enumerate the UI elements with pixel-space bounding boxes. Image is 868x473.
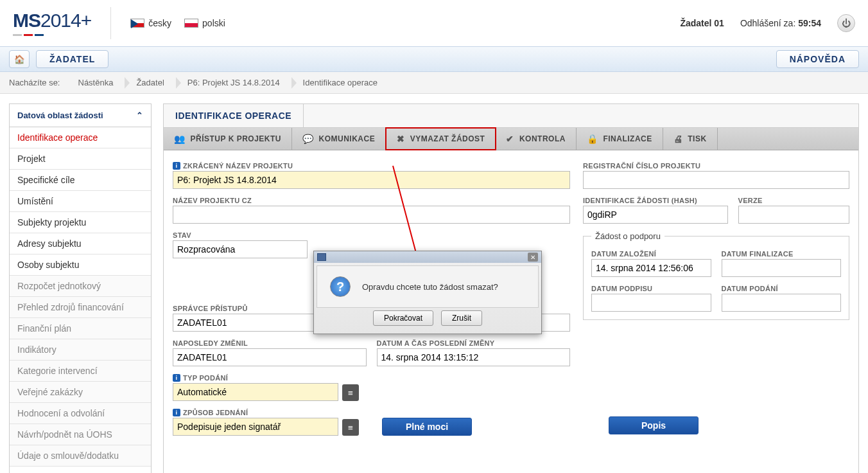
question-icon: ? xyxy=(330,276,351,297)
tool-label: VYMAZAT ŽÁDOST xyxy=(410,134,485,143)
state-input[interactable] xyxy=(173,240,308,258)
lastmod-at-input[interactable] xyxy=(377,348,571,366)
sidebar-header[interactable]: Datová oblast žádosti ⌃ xyxy=(10,104,151,127)
tool-icon: 🔒 xyxy=(587,134,598,144)
tool-icon: 👥 xyxy=(174,134,186,144)
sidebar-item[interactable]: Rozpočet jednotkový xyxy=(10,276,151,297)
tool-label: PŘÍSTUP K PROJEKTU xyxy=(191,134,281,143)
breadcrumb-item[interactable]: Žadatel xyxy=(125,72,175,94)
tool-label: FINALIZACE xyxy=(603,134,652,143)
lang-cz[interactable]: česky xyxy=(130,18,171,28)
toolbar-button[interactable]: 🔒FINALIZACE xyxy=(577,128,663,150)
sidebar-item[interactable]: EDS bilance xyxy=(10,467,151,473)
short-name-input[interactable] xyxy=(173,171,570,189)
signed-input[interactable] xyxy=(591,294,711,312)
sidebar-item[interactable]: Údaje o smlouvě/dodatku xyxy=(10,445,151,467)
required-icon: i xyxy=(173,409,180,416)
sidebar-item[interactable]: Osoby subjektu xyxy=(10,254,151,276)
home-icon: 🏠 xyxy=(14,55,25,64)
created-input[interactable] xyxy=(591,259,711,277)
dialog-titlebar: ✕ xyxy=(314,251,541,263)
request-fieldset: Žádost o podporu DATUM ZALOŽENÍ DATUM FI… xyxy=(583,231,849,320)
version-input[interactable] xyxy=(738,206,849,224)
sidebar-item[interactable]: Projekt xyxy=(10,148,151,170)
nav-bar: 🏠 ŽADATEL NÁPOVĚDA xyxy=(0,46,868,72)
tool-label: KOMUNIKACE xyxy=(318,134,375,143)
sidebar-item[interactable]: Návrh/podnět na ÚOHS xyxy=(10,424,151,445)
tool-label: TISK xyxy=(688,134,706,143)
sidebar-item[interactable]: Veřejné zakázky xyxy=(10,382,151,403)
close-icon: ✕ xyxy=(530,254,535,261)
toolbar-button[interactable]: 🖨TISK xyxy=(663,128,718,150)
logout-timer: Odhlášení za: 59:54 xyxy=(740,18,821,28)
chevron-up-icon: ⌃ xyxy=(136,111,143,120)
sidebar-item[interactable]: Přehled zdrojů financování xyxy=(10,297,151,318)
toolbar-button[interactable]: 👥PŘÍSTUP K PROJEKTU xyxy=(164,128,292,150)
sidebar-item[interactable]: Subjekty projektu xyxy=(10,212,151,233)
list-icon: ≡ xyxy=(348,423,353,433)
toolbar: 👥PŘÍSTUP K PROJEKTU💬KOMUNIKACE✖VYMAZAT Ž… xyxy=(164,128,858,150)
flag-cz-icon xyxy=(130,19,144,28)
sidebar-item[interactable]: Indikátory xyxy=(10,339,151,361)
breadcrumb-label: Nacházíte se: xyxy=(9,78,60,87)
dialog-close-button[interactable]: ✕ xyxy=(528,253,538,262)
lang-pl[interactable]: polski xyxy=(184,18,225,28)
tool-icon: ✔ xyxy=(506,134,514,144)
lastmod-by-input[interactable] xyxy=(173,348,367,366)
sidebar-item[interactable]: Adresy subjektu xyxy=(10,233,151,254)
top-bar: MS2014+ česky polski Žadatel 01 Odhlášen… xyxy=(0,0,868,46)
sidebar-item[interactable]: Umístění xyxy=(10,191,151,212)
home-button[interactable]: 🏠 xyxy=(9,50,30,68)
toolbar-button[interactable]: ✖VYMAZAT ŽÁDOST xyxy=(385,127,496,150)
dialog-cancel-button[interactable]: Zrušit xyxy=(441,310,482,326)
tool-icon: 💬 xyxy=(302,134,314,144)
confirm-dialog: ✕ ? Opravdu chcete tuto žádost smazat? P… xyxy=(313,251,542,334)
window-icon xyxy=(317,253,326,261)
breadcrumb-item[interactable]: Identifikace operace xyxy=(291,72,389,94)
nav-napoveda[interactable]: NÁPOVĚDA xyxy=(776,50,859,68)
plne-moci-button[interactable]: Plné moci xyxy=(382,418,472,436)
required-icon: i xyxy=(173,374,180,382)
sign-mode-picker[interactable]: ≡ xyxy=(342,419,359,436)
finalized-input[interactable] xyxy=(722,259,842,277)
power-icon: ⏻ xyxy=(842,18,851,28)
flag-pl-icon xyxy=(184,19,198,28)
dialog-message: Opravdu chcete tuto žádost smazat? xyxy=(362,282,498,292)
sidebar-item[interactable]: Identifikace operace xyxy=(10,127,151,148)
list-icon: ≡ xyxy=(348,388,353,398)
power-button[interactable]: ⏻ xyxy=(837,14,855,32)
submitted-input[interactable] xyxy=(722,294,842,312)
nav-zadatel[interactable]: ŽADATEL xyxy=(36,50,108,68)
reg-no-input[interactable] xyxy=(583,171,849,189)
name-cz-input[interactable] xyxy=(173,206,570,224)
user-name: Žadatel 01 xyxy=(680,18,724,28)
breadcrumb-item[interactable]: Nástěnka xyxy=(67,72,125,94)
sidebar-item[interactable]: Kategorie intervencí xyxy=(10,361,151,382)
tool-icon: 🖨 xyxy=(673,134,683,144)
toolbar-button[interactable]: ✔KONTROLA xyxy=(496,128,577,150)
toolbar-button[interactable]: 💬KOMUNIKACE xyxy=(292,128,386,150)
tool-label: KONTROLA xyxy=(519,134,566,143)
breadcrumb-item[interactable]: P6: Projekt JS 14.8.2014 xyxy=(176,72,291,94)
submit-type-input[interactable] xyxy=(173,383,338,401)
sidebar-item[interactable]: Specifické cíle xyxy=(10,170,151,191)
dialog-continue-button[interactable]: Pokračovat xyxy=(373,310,433,326)
main-title: IDENTIFIKACE OPERACE xyxy=(164,104,304,127)
tool-icon: ✖ xyxy=(397,134,405,144)
logo: MS2014+ xyxy=(13,10,91,36)
popis-button[interactable]: Popis xyxy=(609,416,699,434)
sign-mode-input[interactable] xyxy=(173,418,338,436)
hash-input[interactable] xyxy=(583,206,728,224)
required-icon: i xyxy=(173,162,180,170)
sidebar: Datová oblast žádosti ⌃ Identifikace ope… xyxy=(9,103,152,473)
breadcrumb: Nacházíte se: Nástěnka Žadatel P6: Proje… xyxy=(0,72,868,94)
sidebar-item[interactable]: Finanční plán xyxy=(10,318,151,339)
submit-type-picker[interactable]: ≡ xyxy=(342,384,359,401)
sidebar-item[interactable]: Hodnocení a odvolání xyxy=(10,403,151,424)
